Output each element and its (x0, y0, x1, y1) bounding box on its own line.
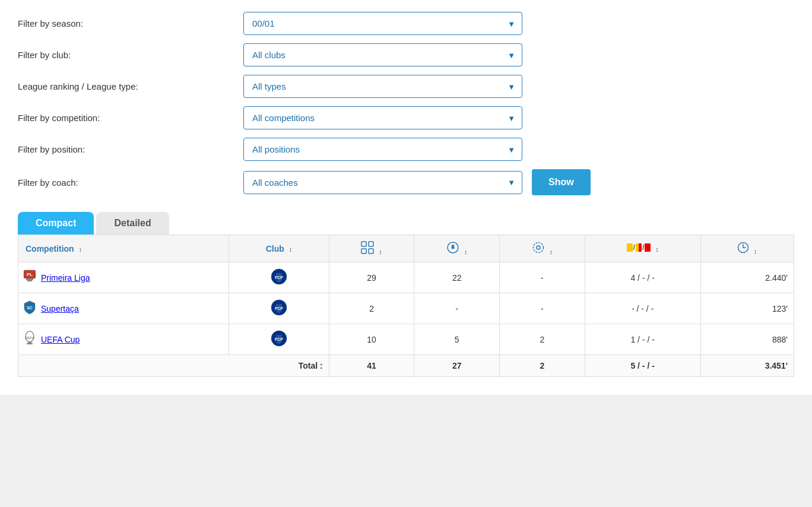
appearances-cell: 29 (329, 262, 414, 293)
tabs-container: Compact Detailed (18, 212, 794, 235)
tab-detailed[interactable]: Detailed (96, 212, 169, 235)
total-label: Total : (18, 355, 329, 377)
svg-rect-3 (369, 249, 373, 254)
competition-link[interactable]: Supertaça (41, 304, 79, 313)
stats-table: Competition ↕ Club ↕ (18, 235, 794, 377)
svg-rect-0 (361, 242, 366, 246)
svg-rect-2 (361, 249, 366, 254)
competition-icon: UEFA (22, 331, 37, 348)
filter-club-select[interactable]: All clubs (243, 43, 522, 66)
filter-season-label: Filter by season: (18, 18, 243, 28)
time-cell: 2.440' (700, 262, 794, 293)
sort-icon-assists: ↕ (550, 248, 553, 255)
filter-coach-select[interactable]: All coaches (243, 171, 522, 194)
club-cell: FCP (229, 293, 329, 324)
cards-icon: / / (627, 243, 651, 252)
goals-icon (446, 241, 459, 254)
filter-row-season: Filter by season: 00/01 ▼ (18, 12, 794, 35)
filter-section: Filter by season: 00/01 ▼ Filter by club… (18, 12, 794, 195)
competition-link[interactable]: UEFA Cup (41, 335, 80, 344)
filter-position-label: Filter by position: (18, 144, 243, 154)
goals-cell: - (414, 293, 500, 324)
competition-cell: UEFA UEFA Cup (18, 324, 229, 355)
filter-competition-select[interactable]: All competitions (243, 106, 522, 129)
svg-text:FCP: FCP (275, 275, 283, 280)
time-cell: 123' (700, 293, 794, 324)
th-competition[interactable]: Competition ↕ (18, 235, 229, 262)
filter-season-select[interactable]: 00/01 (243, 12, 522, 35)
time-cell: 888' (700, 324, 794, 355)
filter-club-wrapper: All clubs ▼ (243, 43, 522, 66)
svg-text:FCP: FCP (275, 306, 283, 310)
competition-header-label: Competition (26, 244, 74, 254)
svg-point-7 (533, 243, 543, 253)
svg-rect-22 (28, 342, 31, 343)
th-goals[interactable]: ↕ (414, 235, 500, 262)
cards-cell: 4 / - / - (585, 262, 700, 293)
th-cards[interactable]: / / ↕ (585, 235, 700, 262)
competition-link[interactable]: Primeira Liga (41, 273, 90, 283)
sort-icon-club: ↕ (289, 246, 293, 253)
svg-point-8 (537, 246, 540, 249)
total-appearances: 41 (329, 355, 414, 377)
competition-icon: SC (22, 300, 37, 317)
competition-icon: PL (22, 269, 37, 286)
total-goals: 27 (414, 355, 500, 377)
th-appearances[interactable]: ↕ (329, 235, 414, 262)
filter-row-league-type: League ranking / League type: All types … (18, 75, 794, 98)
filter-season-wrapper: 00/01 ▼ (243, 12, 522, 35)
sort-icon-cards: ↕ (655, 246, 659, 253)
svg-text:FCP: FCP (275, 337, 283, 341)
sort-icon-time: ↕ (754, 248, 757, 255)
assists-cell: - (500, 293, 585, 324)
filter-competition-wrapper: All competitions ▼ (243, 106, 522, 129)
filter-row-competition: Filter by competition: All competitions … (18, 106, 794, 129)
appearances-cell: 2 (329, 293, 414, 324)
cards-cell: 1 / - / - (585, 324, 700, 355)
svg-rect-1 (369, 242, 373, 246)
assists-cell: - (500, 262, 585, 293)
svg-rect-14 (27, 280, 32, 281)
table-row: UEFA UEFA Cup FCP 10 5 2 1 / - / - 888' (18, 324, 794, 355)
competition-cell: SC Supertaça (18, 293, 229, 324)
filter-position-select[interactable]: All positions (243, 138, 522, 161)
svg-rect-13 (26, 278, 33, 280)
svg-point-6 (452, 246, 455, 249)
show-button[interactable]: Show (532, 169, 591, 195)
svg-text:SC: SC (27, 306, 33, 310)
club-icon: FCP (271, 308, 287, 318)
appearances-cell: 10 (329, 324, 414, 355)
total-time: 3.451' (700, 355, 794, 377)
club-header-label: Club (266, 244, 284, 254)
total-row: Total : 41 27 2 5 / - / - 3.451' (18, 355, 794, 377)
tab-compact[interactable]: Compact (18, 212, 94, 235)
filter-league-type-label: League ranking / League type: (18, 81, 243, 91)
club-icon: FCP (271, 277, 287, 287)
filter-position-wrapper: All positions ▼ (243, 138, 522, 161)
club-cell: FCP (229, 324, 329, 355)
filter-row-position: Filter by position: All positions ▼ (18, 138, 794, 161)
filter-row-club: Filter by club: All clubs ▼ (18, 43, 794, 66)
th-time[interactable]: ↕ (700, 235, 794, 262)
filter-league-type-wrapper: All types ▼ (243, 75, 522, 98)
filter-league-type-select[interactable]: All types (243, 75, 522, 98)
cards-cell: - / - / - (585, 293, 700, 324)
filter-club-label: Filter by club: (18, 50, 243, 60)
page-wrapper: Filter by season: 00/01 ▼ Filter by club… (0, 0, 812, 395)
appearances-icon (361, 241, 374, 254)
total-assists: 2 (500, 355, 585, 377)
table-row: PL Primeira Liga FCP 29 22 - 4 / - / - 2… (18, 262, 794, 293)
sort-icon-appearances: ↕ (379, 248, 382, 255)
club-cell: FCP (229, 262, 329, 293)
th-assists[interactable]: ↕ (500, 235, 585, 262)
filter-row-coach: Filter by coach: All coaches ▼ Show (18, 169, 794, 195)
svg-rect-23 (27, 343, 33, 344)
time-icon (737, 242, 749, 254)
filter-coach-wrapper: All coaches ▼ (243, 171, 522, 194)
club-icon: FCP (271, 339, 287, 348)
total-cards: 5 / - / - (585, 355, 700, 377)
th-club[interactable]: Club ↕ (229, 235, 329, 262)
svg-text:PL: PL (27, 272, 33, 277)
competition-cell: PL Primeira Liga (18, 262, 229, 293)
assists-icon (532, 241, 545, 254)
